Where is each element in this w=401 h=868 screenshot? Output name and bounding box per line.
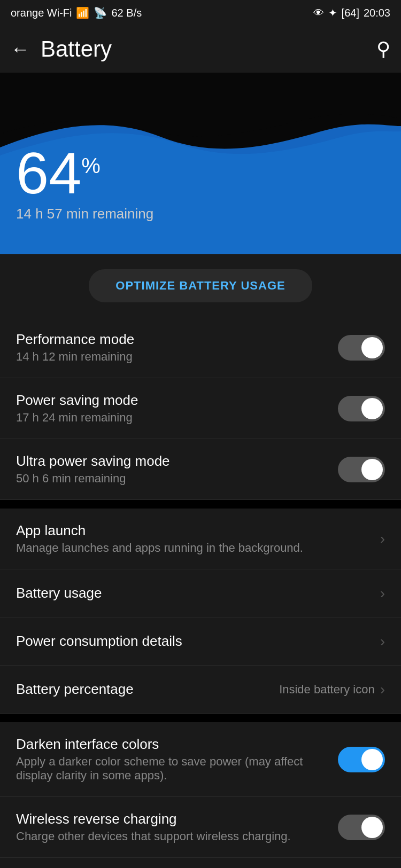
app-launch-chevron: ›: [380, 530, 385, 548]
bottom-settings-list: Darken interface colors Apply a darker c…: [0, 722, 401, 868]
battery-percentage-chevron: ›: [380, 681, 385, 698]
wireless-reverse-sub: Charge other devices that support wirele…: [16, 830, 327, 843]
darken-interface-title: Darken interface colors: [16, 736, 327, 753]
power-consumption-title: Power consumption details: [16, 633, 369, 650]
power-saving-mode-item[interactable]: Power saving mode 17 h 24 min remaining: [0, 378, 401, 439]
power-consumption-item[interactable]: Power consumption details ›: [0, 617, 401, 666]
darken-interface-toggle[interactable]: [338, 747, 385, 772]
app-launch-sub: Manage launches and apps running in the …: [16, 541, 369, 555]
carrier-label: orange Wi-Fi: [11, 7, 72, 19]
menu-items-list: App launch Manage launches and apps runn…: [0, 509, 401, 714]
battery-info: 64% 14 h 57 min remaining: [16, 144, 153, 222]
optimize-battery-button[interactable]: OPTIMIZE BATTERY USAGE: [89, 269, 312, 302]
ultra-power-knob: [361, 459, 383, 480]
ultra-power-sub: 50 h 6 min remaining: [16, 472, 327, 486]
battery-usage-chevron: ›: [380, 585, 385, 602]
power-saving-title: Power saving mode: [16, 392, 327, 409]
ultra-power-toggle[interactable]: [338, 457, 385, 482]
battery-percentage-right: Inside battery icon ›: [279, 681, 385, 698]
battery-percentage-left: Battery percentage: [16, 681, 279, 698]
power-saving-sub: 17 h 24 min remaining: [16, 411, 327, 425]
section-divider-1: [0, 500, 401, 509]
performance-mode-sub: 14 h 12 min remaining: [16, 350, 327, 364]
status-left: orange Wi-Fi 📶 📡 62 B/s: [11, 6, 142, 19]
ultra-power-saving-item[interactable]: Ultra power saving mode 50 h 6 min remai…: [0, 439, 401, 500]
battery-icon: [64]: [342, 7, 359, 19]
darken-interface-knob: [361, 749, 383, 770]
time-label: 20:03: [364, 7, 390, 19]
performance-mode-knob: [361, 337, 383, 358]
status-bar: orange Wi-Fi 📶 📡 62 B/s 👁 ✦ [64] 20:03: [0, 0, 401, 26]
settings-list: Performance mode 14 h 12 min remaining P…: [0, 317, 401, 500]
battery-percentage-item[interactable]: Battery percentage Inside battery icon ›: [0, 666, 401, 714]
ultra-power-left: Ultra power saving mode 50 h 6 min remai…: [16, 453, 338, 486]
app-launch-left: App launch Manage launches and apps runn…: [16, 522, 380, 555]
battery-usage-left: Battery usage: [16, 585, 380, 601]
power-consumption-left: Power consumption details: [16, 633, 380, 650]
search-icon[interactable]: ⚲: [376, 38, 390, 60]
battery-remaining-label: 14 h 57 min remaining: [16, 206, 153, 222]
wireless-reverse-item[interactable]: Wireless reverse charging Charge other d…: [0, 797, 401, 858]
back-button[interactable]: ←: [11, 38, 30, 60]
power-saving-left: Power saving mode 17 h 24 min remaining: [16, 392, 338, 425]
app-launch-item[interactable]: App launch Manage launches and apps runn…: [0, 509, 401, 569]
performance-mode-toggle[interactable]: [338, 335, 385, 361]
eye-icon: 👁: [313, 7, 324, 19]
battery-percentage-value: Inside battery icon: [279, 683, 375, 697]
darken-interface-item[interactable]: Darken interface colors Apply a darker c…: [0, 722, 401, 797]
battery-usage-right: ›: [380, 585, 385, 602]
header: ← Battery ⚲: [0, 26, 401, 73]
signal-icon: 📶: [76, 6, 89, 19]
bluetooth-icon: ✦: [328, 6, 337, 19]
battery-percentage-title: Battery percentage: [16, 681, 268, 698]
darken-interface-left: Darken interface colors Apply a darker c…: [16, 736, 338, 783]
wifi-icon: 📡: [94, 6, 107, 19]
performance-mode-item[interactable]: Performance mode 14 h 12 min remaining: [0, 317, 401, 378]
app-launch-right: ›: [380, 530, 385, 548]
wireless-reverse-left: Wireless reverse charging Charge other d…: [16, 811, 338, 843]
more-battery-settings-item[interactable]: More battery settings ›: [0, 858, 401, 868]
wireless-reverse-knob: [361, 817, 383, 838]
optimize-section: OPTIMIZE BATTERY USAGE: [0, 254, 401, 317]
power-consumption-chevron: ›: [380, 633, 385, 650]
performance-mode-title: Performance mode: [16, 331, 327, 348]
header-left: ← Battery: [11, 36, 112, 62]
battery-usage-title: Battery usage: [16, 585, 369, 601]
battery-percentage-display: 64%: [16, 144, 153, 202]
app-launch-title: App launch: [16, 522, 369, 539]
wireless-reverse-title: Wireless reverse charging: [16, 811, 327, 827]
battery-usage-item[interactable]: Battery usage ›: [0, 569, 401, 617]
power-saving-toggle[interactable]: [338, 396, 385, 421]
page-title: Battery: [41, 36, 112, 62]
power-saving-knob: [361, 398, 383, 419]
ultra-power-title: Ultra power saving mode: [16, 453, 327, 470]
battery-visual: 64% 14 h 57 min remaining: [0, 73, 401, 254]
performance-mode-left: Performance mode 14 h 12 min remaining: [16, 331, 338, 364]
speed-label: 62 B/s: [111, 7, 142, 19]
power-consumption-right: ›: [380, 633, 385, 650]
wireless-reverse-toggle[interactable]: [338, 815, 385, 840]
darken-interface-sub: Apply a darker color scheme to save powe…: [16, 755, 327, 783]
section-divider-2: [0, 714, 401, 722]
status-right: 👁 ✦ [64] 20:03: [313, 6, 390, 19]
